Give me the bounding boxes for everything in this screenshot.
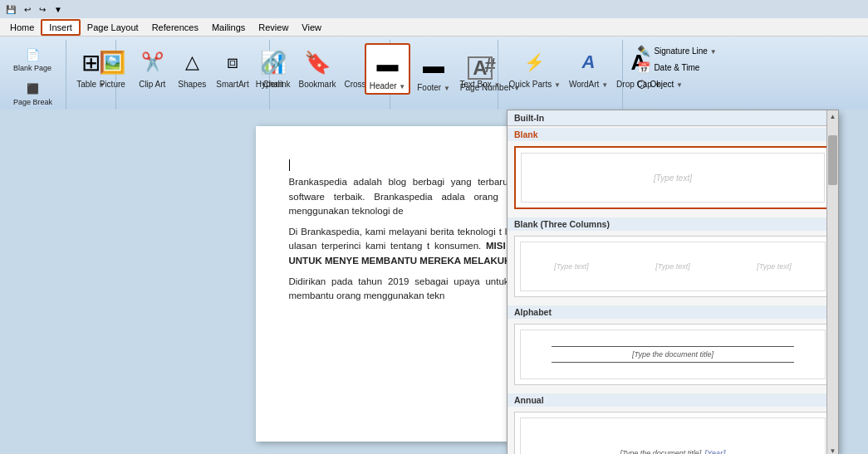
- picture-button[interactable]: 🖼️ Picture: [93, 43, 131, 91]
- object-icon: ⬡: [637, 78, 646, 90]
- page-break-button[interactable]: ⬛ Page Break: [11, 77, 55, 109]
- bookmark-button[interactable]: 🔖 Bookmark: [295, 43, 339, 91]
- menu-references[interactable]: References: [145, 21, 205, 34]
- scroll-up-arrow[interactable]: ▲: [827, 110, 838, 124]
- header-label: Header ▼: [370, 81, 406, 91]
- hyperlink-icon: 🔗: [257, 45, 289, 80]
- menu-view[interactable]: View: [295, 21, 328, 34]
- picture-icon: 🖼️: [96, 45, 128, 80]
- wordart-icon: A: [572, 45, 604, 80]
- hyperlink-button[interactable]: 🔗 Hyperlink: [253, 43, 294, 91]
- clip-art-button[interactable]: ✂️ Clip Art: [133, 43, 171, 91]
- blank-page-label: Blank Page: [13, 65, 51, 73]
- text-box-icon: A: [468, 56, 493, 80]
- bookmark-label: Bookmark: [298, 80, 336, 90]
- header-button[interactable]: ▬ Header ▼: [365, 43, 411, 95]
- blank-page-button[interactable]: 📄 Blank Page: [11, 43, 54, 75]
- dropdown-builtin-label: Built-In: [508, 110, 838, 126]
- quick-parts-icon: ⚡: [519, 45, 551, 80]
- object-label: Object ▼: [650, 80, 683, 89]
- wordart-button[interactable]: A WordArt ▼: [566, 43, 611, 91]
- menu-mailings[interactable]: Mailings: [205, 21, 252, 34]
- quick-access-dropdown[interactable]: ▼: [51, 4, 65, 15]
- smartart-label: SmartArt: [216, 80, 248, 90]
- hyperlink-label: Hyperlink: [256, 80, 291, 90]
- menu-bar: Home Insert Page Layout References Maili…: [0, 18, 868, 37]
- shapes-label: Shapes: [178, 80, 206, 90]
- footer-label: Footer ▼: [417, 83, 450, 93]
- object-button[interactable]: ⬡ Object ▼: [634, 76, 719, 92]
- footer-button[interactable]: ▬ Footer ▼: [414, 46, 454, 95]
- page-break-icon: ⬛: [23, 79, 43, 99]
- quick-access-undo[interactable]: ↩: [22, 4, 33, 15]
- text-box-button[interactable]: A Text Box ▼: [456, 55, 503, 91]
- dropdown-scroll[interactable]: Blank [Type text] Blank (Three Columns) …: [508, 126, 838, 128]
- date-time-label: Date & Time: [654, 63, 699, 72]
- quick-access-toolbar: 💾 ↩ ↪ ▼: [0, 0, 868, 18]
- menu-insert[interactable]: Insert: [41, 19, 81, 36]
- signature-line-label: Signature Line ▼: [654, 46, 716, 56]
- signature-line-icon: ✒️: [637, 45, 650, 57]
- quick-parts-label: Quick Parts ▼: [508, 80, 560, 90]
- footer-icon: ▬: [418, 48, 449, 83]
- blank-page-icon: 📄: [22, 45, 42, 65]
- picture-label: Picture: [100, 80, 125, 90]
- menu-review[interactable]: Review: [252, 21, 295, 34]
- page-break-label: Page Break: [13, 99, 52, 107]
- text-box-label: Text Box ▼: [459, 80, 500, 90]
- signature-line-button[interactable]: ✒️ Signature Line ▼: [634, 43, 719, 59]
- date-time-icon: 📅: [637, 61, 650, 74]
- quick-access-redo[interactable]: ↪: [37, 4, 48, 15]
- shapes-icon: △: [176, 45, 208, 80]
- blank-section: Blank [Type text]: [508, 126, 838, 128]
- quick-access-save[interactable]: 💾: [3, 4, 18, 15]
- clip-art-icon: ✂️: [136, 45, 168, 80]
- menu-page-layout[interactable]: Page Layout: [81, 21, 145, 34]
- quick-parts-button[interactable]: ⚡ Quick Parts ▼: [505, 43, 563, 91]
- wordart-label: WordArt ▼: [569, 80, 608, 90]
- header-icon: ▬: [372, 46, 404, 81]
- bookmark-icon: 🔖: [302, 45, 333, 80]
- dropdown-scrollbar[interactable]: ▲ ▼: [826, 110, 838, 128]
- menu-home[interactable]: Home: [3, 21, 41, 34]
- date-time-button[interactable]: 📅 Date & Time: [634, 60, 719, 76]
- clip-art-label: Clip Art: [139, 80, 165, 90]
- shapes-button[interactable]: △ Shapes: [173, 43, 211, 91]
- smartart-button[interactable]: ⧈ SmartArt: [213, 43, 252, 91]
- smartart-icon: ⧈: [217, 45, 248, 80]
- header-dropdown-panel: Built-In Blank [Type text] Blank (Three …: [507, 110, 839, 128]
